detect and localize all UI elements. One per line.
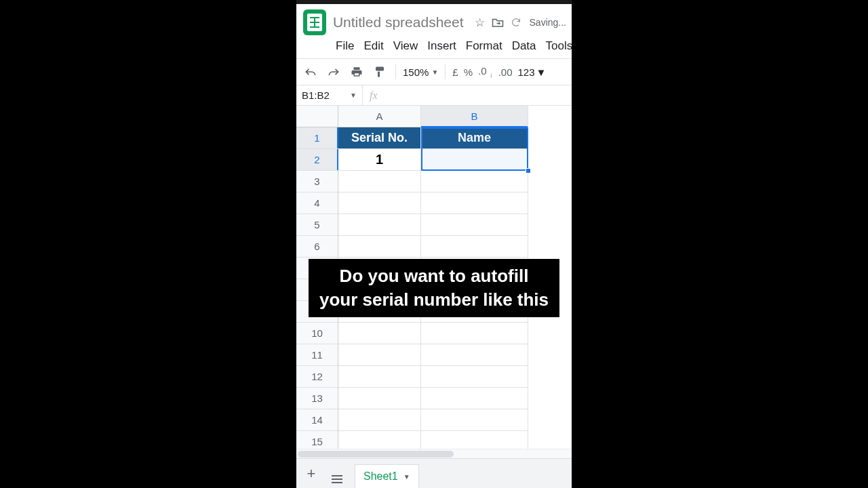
row-14: 14 (296, 409, 572, 431)
zoom-select[interactable]: 150% ▼ (403, 66, 438, 78)
name-box[interactable]: B1:B2 ▼ (296, 85, 363, 105)
menu-data[interactable]: Data (512, 39, 536, 53)
row-header[interactable]: 6 (296, 236, 338, 258)
menu-view[interactable]: View (393, 39, 418, 53)
star-icon[interactable]: ☆ (475, 16, 485, 30)
row-1: 1 Serial No. Name (296, 127, 572, 149)
zoom-value: 150% (403, 66, 429, 78)
all-sheets-button[interactable] (329, 464, 345, 483)
print-button[interactable] (348, 63, 366, 81)
number-format-select[interactable]: 123 ▼ (518, 66, 547, 78)
sheet-tab-sheet1[interactable]: Sheet1 ▼ (355, 464, 419, 489)
cell[interactable] (421, 344, 528, 366)
row-header[interactable]: 5 (296, 214, 338, 236)
cell[interactable] (421, 388, 528, 409)
menu-file[interactable]: File (336, 39, 354, 53)
row-header[interactable]: 13 (296, 388, 338, 409)
horizontal-scrollbar[interactable] (296, 449, 572, 458)
app-window: Untitled spreadsheet ☆ Saving... File Ed… (296, 0, 572, 488)
menu-insert[interactable]: Insert (427, 39, 456, 53)
menu-bar: File Edit View Insert Format Data Tools (296, 35, 572, 58)
cell[interactable] (421, 236, 528, 258)
cell[interactable] (421, 323, 528, 344)
scrollbar-thumb[interactable] (298, 451, 454, 458)
row-6: 6 (296, 236, 572, 258)
formula-input[interactable] (384, 85, 572, 105)
row-header[interactable]: 10 (296, 323, 338, 344)
cell[interactable] (338, 344, 421, 366)
chevron-down-icon: ▼ (431, 68, 438, 76)
cell[interactable] (338, 388, 421, 409)
row-header[interactable]: 12 (296, 366, 338, 388)
column-header-B[interactable]: B (421, 106, 528, 127)
cell[interactable] (338, 366, 421, 388)
numfmt-label: 123 (518, 66, 535, 78)
toolbar-divider (395, 64, 396, 79)
menu-format[interactable]: Format (466, 39, 502, 53)
cell[interactable] (338, 192, 421, 214)
cell-A1[interactable]: Serial No. (338, 127, 421, 149)
row-5: 5 (296, 214, 572, 236)
row-10: 10 (296, 323, 572, 344)
cell[interactable] (421, 192, 528, 214)
chevron-down-icon: ▼ (536, 66, 547, 78)
toolbar-divider (445, 64, 446, 79)
cell[interactable] (421, 366, 528, 388)
sync-icon (511, 17, 521, 28)
increase-decimal-button[interactable]: .00 (498, 66, 513, 78)
select-all-corner[interactable] (296, 106, 338, 127)
row-4: 4 (296, 192, 572, 214)
row-header[interactable]: 11 (296, 344, 338, 366)
cell[interactable] (421, 214, 528, 236)
cell[interactable] (338, 409, 421, 431)
cell[interactable] (421, 171, 528, 192)
move-folder-icon[interactable] (492, 17, 504, 28)
currency-button[interactable]: £ (452, 66, 458, 78)
row-header[interactable]: 2 (296, 149, 338, 171)
sheet-tab-bar: + Sheet1 ▼ (296, 458, 572, 488)
row-header[interactable]: 3 (296, 171, 338, 192)
row-header[interactable]: 14 (296, 409, 338, 431)
menu-edit[interactable]: Edit (363, 39, 383, 53)
sheet-tab-label: Sheet1 (363, 470, 398, 483)
cell-B2[interactable] (421, 149, 528, 171)
row-header[interactable]: 4 (296, 192, 338, 214)
title-bar: Untitled spreadsheet ☆ Saving... (296, 4, 572, 35)
name-box-value: B1:B2 (302, 89, 330, 101)
row-header[interactable]: 1 (296, 127, 338, 149)
fx-label: fx (363, 89, 384, 102)
row-3: 3 (296, 171, 572, 192)
cell[interactable] (338, 323, 421, 344)
cell[interactable] (338, 236, 421, 258)
video-caption: Do you want to autofill your serial numb… (309, 259, 559, 317)
redo-button[interactable] (325, 63, 342, 81)
sheets-app-icon[interactable] (303, 9, 326, 35)
cell-B1[interactable]: Name (421, 127, 528, 149)
row-13: 13 (296, 388, 572, 409)
undo-button[interactable] (302, 63, 319, 81)
hamburger-icon (332, 475, 342, 483)
row-12: 12 (296, 366, 572, 388)
formula-bar-row: B1:B2 ▼ fx (296, 85, 572, 106)
fill-handle[interactable] (526, 168, 531, 174)
paint-format-button[interactable] (371, 63, 389, 81)
chevron-down-icon: ▼ (350, 92, 357, 99)
cell[interactable] (338, 214, 421, 236)
sheets-glyph (307, 14, 322, 31)
cell-A2[interactable]: 1 (338, 149, 421, 171)
decrease-decimal-button[interactable]: .0 ↓ (478, 65, 493, 79)
column-header-A[interactable]: A (338, 106, 421, 127)
cell[interactable] (338, 171, 421, 192)
add-sheet-button[interactable]: + (303, 465, 319, 483)
chevron-down-icon: ▼ (403, 473, 410, 481)
toolbar: 150% ▼ £ % .0 ↓ .00 123 ▼ (296, 58, 572, 85)
document-title[interactable]: Untitled spreadsheet (333, 14, 464, 30)
row-11: 11 (296, 344, 572, 366)
title-actions: ☆ Saving... (475, 16, 566, 30)
percent-button[interactable]: % (464, 66, 473, 78)
dec-dec-label: .0 (478, 65, 487, 77)
menu-tools[interactable]: Tools (546, 39, 572, 53)
save-status: Saving... (530, 17, 566, 28)
column-headers: A B (338, 106, 572, 127)
cell[interactable] (421, 409, 528, 431)
